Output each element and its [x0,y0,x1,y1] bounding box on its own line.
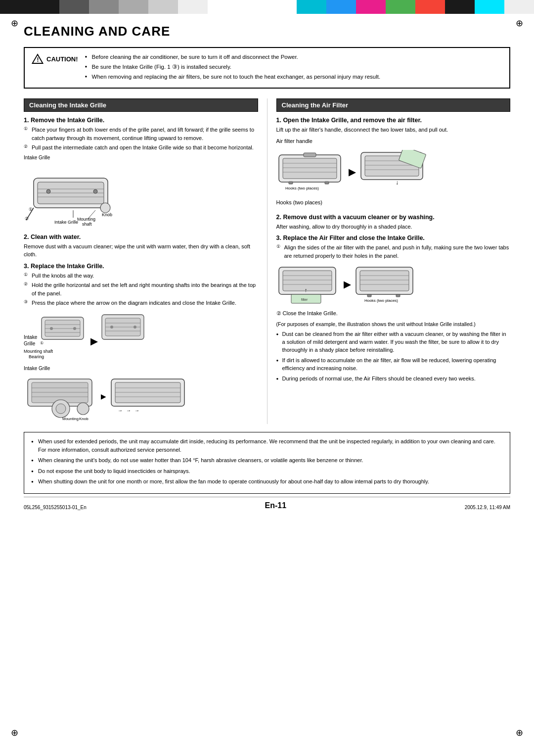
svg-text:!: ! [37,56,39,63]
svg-rect-84 [396,294,400,297]
color-swatch-cyan2 [475,0,504,14]
diagram-row-3: Intake Grille [24,365,188,421]
right-diagram-1: Hooks (two places) ▶ ↓ H [276,148,511,210]
bottom-note-2: When cleaning the unit's body, do not us… [31,456,503,465]
svg-point-40 [56,404,66,414]
replace-filter-closed: Hooks (two places) [354,265,418,304]
page-footer: 05L256_9315255013-01_En En-11 2005.12.9,… [24,497,510,514]
color-swatch-black2 [445,0,475,14]
registration-mark-tr: ⊕ [516,18,523,29]
caution-content: Before cleaning the air conditioner, be … [85,53,381,83]
svg-text:→: → [134,408,139,413]
left-step1-item2: ② Pull past the intermediate catch and o… [24,143,258,152]
svg-rect-83 [367,294,371,297]
color-bar-top [0,0,534,14]
color-swatch-nearwhite [178,0,208,14]
en-page-number: En-11 [265,501,286,510]
svg-point-17 [100,203,110,213]
right-step2-text: After washing, allow to dry thoroughly i… [276,223,511,231]
right-step1-text: Lift up the air filter's handle, disconn… [276,126,511,134]
page-title: CLEANING AND CARE [24,24,510,39]
svg-point-32 [110,326,113,329]
hooks-label-filter: Hooks (two places) [276,198,323,207]
right-bullet-notes: ● Dust can be cleaned from the air filte… [276,331,511,383]
svg-text:Mounting: Mounting [62,417,79,421]
svg-text:→: → [118,408,123,413]
footer-right: 2005.12.9, 11:49 AM [465,505,510,510]
right-step2-title: 2. Remove dust with a vacuum cleaner or … [276,214,511,221]
diagram-row-1: ② ① Intake Grille Mounting shaft Knob [24,163,120,228]
color-swatch-green [386,0,415,14]
left-step1-item1: ① Place your fingers at both lower ends … [24,126,258,142]
arrow-right-filter: ▶ [349,167,356,178]
left-step3-title: 3. Replace the Intake Grille. [24,263,258,270]
left-step1-list: ① Place your fingers at both lower ends … [24,126,258,152]
left-step3-list: ① Pull the knobs all the way. ② Hold the… [24,272,258,307]
left-step1-title: 1. Remove the Intake Grille. [24,117,258,124]
color-swatch-black [0,0,59,14]
svg-rect-59 [304,153,316,157]
replace-filter-open: filter ↑ [276,265,341,304]
color-swatch-cyan [297,0,326,14]
replace-grille-diagram-result [99,312,149,347]
arrow-right-icon-3: ▶ [101,391,106,401]
right-step3-list: ① Align the sides of the air filter with… [276,243,511,260]
filter-diagram-row: Hooks (two places) ▶ ↓ [276,150,428,194]
caution-box: ! CAUTION! Before cleaning the air condi… [24,47,510,89]
intake-grille-diagram-3: Mounting shaft Knob [24,372,98,421]
caution-item-2: Be sure the Intake Grille (Fig. 1 ③) is … [85,63,381,71]
left-step3-item3: ③ Press the place where the arrow on the… [24,299,258,307]
intake-grille-diagram-svg: ② ① Intake Grille Mounting shaft Knob [24,163,120,228]
bottom-note-4: When shutting down the unit for one mont… [31,477,503,486]
air-filter-handle-label: Air filter handle [276,137,511,145]
svg-text:①: ① [29,207,33,212]
illustration-note: (For purposes of example, the illustrati… [276,321,511,328]
arrow-right-replace: ▶ [344,279,351,290]
svg-text:Knob: Knob [102,212,112,217]
svg-text:→: → [126,408,131,413]
color-swatch-magenta [356,0,386,14]
svg-rect-55 [283,158,337,179]
svg-text:shaft: shaft [82,222,92,227]
svg-point-41 [77,403,89,415]
color-swatch-red [415,0,445,14]
air-filter-diagram-open: Hooks (two places) [276,150,346,194]
left-step2-text: Remove dust with a vacuum cleaner; wipe … [24,242,258,259]
bottom-notes-box: When used for extended periods, the unit… [24,432,510,494]
svg-point-24 [50,327,53,330]
replace-grille-diagram-small: ① [39,312,89,347]
right-section-header: Cleaning the Air Filter [276,98,511,112]
color-swatch-blue [326,0,356,14]
svg-rect-61 [325,182,329,184]
right-step1-title: 1. Open the Intake Grille, and remove th… [276,117,511,124]
svg-text:▶: ▶ [101,392,106,400]
color-swatch-gray [89,0,119,14]
diagram-row-2: IntakeGrille ① [24,312,149,360]
right-column: Cleaning the Air Filter 1. Open the Inta… [267,98,511,386]
left-section-header: Cleaning the Intake Grille [24,98,258,112]
intake-grille-label-2a: IntakeGrille [24,334,37,347]
right-note-1: ● Dust can be cleaned from the air filte… [276,331,511,354]
color-swatch-darkgray [59,0,89,14]
svg-text:↓: ↓ [396,179,399,186]
caution-text-label: CAUTION! [46,55,78,63]
right-step3-title: 3. Replace the Air Filter and close the … [276,235,511,241]
svg-rect-71 [283,271,332,291]
left-column: Cleaning the Intake Grille 1. Remove the… [24,98,267,424]
right-step3-item1: ① Align the sides of the air filter with… [276,243,511,260]
svg-point-25 [73,327,76,330]
left-diagram-2: IntakeGrille ① [24,310,258,421]
replace-filter-diagram-row: filter ↑ ▶ Hooks (two places) [276,265,418,304]
caution-label: ! CAUTION! [32,53,78,65]
svg-text:↑: ↑ [305,287,308,293]
svg-text:②: ② [25,216,29,221]
svg-text:Hooks (two places): Hooks (two places) [364,298,398,303]
svg-rect-79 [360,271,409,291]
svg-rect-47 [115,382,180,403]
warning-triangle-icon: ! [32,53,44,65]
svg-text:Hooks (two places): Hooks (two places) [285,186,319,190]
two-column-layout: Cleaning the Intake Grille 1. Remove the… [24,98,510,424]
right-note-3: ● During periods of normal use, the Air … [276,375,511,383]
footer-left: 05L256_9315255013-01_En [24,505,87,510]
registration-mark-tl: ⊕ [11,18,18,29]
